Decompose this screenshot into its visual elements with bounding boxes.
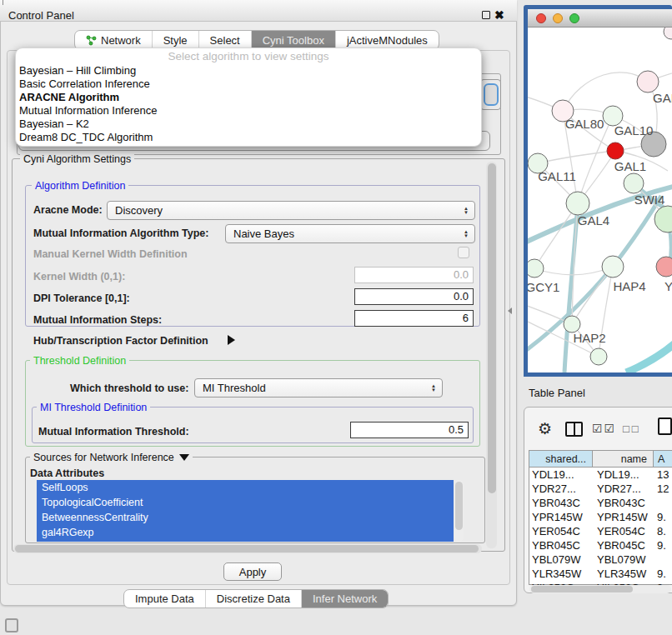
algorithm-definition-title: Algorithm Definition (32, 180, 128, 192)
label-gal4: GAL4 (578, 213, 609, 228)
mi-threshold-field[interactable]: 0.5 (350, 422, 469, 438)
list-item-topologicalcoefficient[interactable]: TopologicalCoefficient (37, 495, 454, 510)
node-salmon[interactable] (656, 257, 672, 277)
table-hscrollbar-thumb[interactable] (531, 586, 633, 592)
list-item-gal4rgexp[interactable]: gal4RGexp (37, 525, 454, 540)
select-all-checks-icon[interactable]: ☑☑ (592, 422, 616, 435)
label-hap4: HAP4 (613, 279, 645, 293)
settings-vscrollbar-thumb[interactable] (488, 163, 496, 493)
tab-infer-network[interactable]: Infer Network (301, 590, 388, 608)
settings-hscrollbar-thumb[interactable] (15, 545, 479, 552)
dropdown-item-mutual-information[interactable]: Mutual Information Inference (16, 104, 481, 118)
minimize-traffic-light[interactable] (553, 13, 563, 23)
table-row[interactable]: YBL079W YBL079W (529, 552, 672, 567)
list-item-selfloops[interactable]: SelfLoops (37, 480, 454, 495)
node-bottom[interactable] (590, 348, 607, 365)
float-window-icon[interactable] (482, 11, 490, 19)
label-gal80: GAL80 (565, 117, 604, 131)
which-threshold-combobox[interactable]: MI Threshold ▲▼ (194, 378, 443, 398)
which-threshold-label: Which threshold to use: (70, 382, 188, 394)
focused-spinner[interactable] (484, 83, 499, 106)
table-rows: YDL19... YDL19... 13 YDR27... YDR27... 1… (529, 468, 672, 585)
sources-title-row[interactable]: Sources for Network Inference (30, 452, 193, 463)
minimized-panel-icon[interactable] (5, 618, 18, 632)
table-row[interactable]: YDL19... YDL19... 13 (529, 468, 672, 482)
label-gcy1: GCY1 (528, 280, 559, 294)
cyni-settings-title: Cyni Algorithm Settings (20, 153, 134, 165)
triangle-down-icon (179, 454, 189, 461)
deselect-all-checks-icon[interactable]: □□ (623, 422, 641, 435)
table-row[interactable]: YLR345W YLR345W 9. (529, 567, 672, 581)
apply-button[interactable]: Apply (223, 562, 282, 581)
mi-steps-field[interactable]: 6 (354, 310, 474, 327)
node-gcy1[interactable] (528, 259, 544, 278)
node-hap2[interactable] (564, 316, 580, 332)
tab-network[interactable]: Network (75, 31, 152, 49)
tab-jactivemnodules[interactable]: jActiveMNodules (335, 31, 439, 49)
node-gal4[interactable] (566, 192, 589, 215)
list-vscrollbar-thumb[interactable] (455, 482, 463, 530)
node-hap4[interactable] (602, 256, 624, 278)
node-gal-top[interactable] (637, 71, 659, 92)
dpi-tolerance-field[interactable]: 0.0 (354, 288, 474, 305)
tab-cyni-toolbox[interactable]: Cyni Toolbox (251, 31, 335, 49)
dropdown-item-bayesian-hill-climbing[interactable]: Bayesian – Hill Climbing (16, 64, 481, 78)
gear-icon[interactable]: ⚙ (538, 419, 552, 438)
table-row[interactable]: YPR145W YPR145W 9. (529, 510, 672, 524)
data-attributes-list: SelfLoops TopologicalCoefficient Between… (37, 480, 454, 542)
node-cut-topright[interactable] (664, 28, 672, 39)
zoom-traffic-light[interactable] (569, 13, 579, 23)
teal-edge-bright (626, 341, 672, 372)
mi-threshold-label: Mutual Information Threshold: (38, 426, 189, 438)
column-header-name[interactable]: name (592, 450, 654, 468)
tab-impute-data[interactable]: Impute Data (124, 590, 205, 608)
list-item-betweennesscentrality[interactable]: BetweennessCentrality (37, 510, 454, 525)
panel-collapse-handle[interactable] (508, 308, 512, 314)
network-canvas[interactable]: GAL GAL80 GAL10 GAL1 GAL11 SWI4 GAL4 GCY… (528, 28, 672, 372)
aracne-mode-combobox[interactable]: Discovery ▲▼ (107, 201, 475, 220)
mi-algorithm-type-combobox[interactable]: Naive Bayes ▲▼ (225, 224, 475, 243)
dropdown-item-bayesian-k2[interactable]: Bayesian – K2 (16, 118, 481, 131)
data-attributes-label: Data Attributes (30, 468, 104, 479)
stepper-arrows-icon: ▲▼ (464, 230, 469, 238)
column-header-shared-name[interactable]: shared... (529, 450, 593, 468)
close-traffic-light[interactable] (536, 13, 546, 23)
split-divider (574, 423, 575, 435)
label-swi4: SWI4 (634, 192, 665, 207)
table-row[interactable]: YDR27... YDR27... 12 (529, 482, 672, 496)
table-row[interactable]: YBR043C YBR043C (529, 496, 672, 510)
label-gal-cut: GAL (653, 91, 672, 105)
dropdown-item-basic-correlation[interactable]: Basic Correlation Inference (16, 78, 481, 91)
which-threshold-value: MI Threshold (203, 382, 266, 394)
label-gal1: GAL1 (614, 159, 646, 173)
aracne-mode-label: Aracne Mode: (33, 204, 103, 216)
kernel-width-field[interactable]: 0.0 (354, 267, 474, 283)
node-swi4[interactable] (624, 173, 644, 193)
node-right-green[interactable] (654, 206, 672, 232)
table-row[interactable]: YBR045C YBR045C 9. (529, 538, 672, 552)
column-header-cut[interactable]: A (653, 450, 672, 468)
label-gal10: GAL10 (614, 123, 654, 138)
table-panel-title: Table Panel (529, 387, 585, 399)
dropdown-item-aracne[interactable]: ARACNE Algorithm (16, 91, 481, 104)
tab-select[interactable]: Select (198, 31, 251, 49)
tab-discretize-data[interactable]: Discretize Data (205, 590, 301, 608)
aracne-mode-value: Discovery (115, 204, 163, 217)
close-icon[interactable]: ✖ (494, 8, 504, 22)
node-labels: GAL GAL80 GAL10 GAL1 GAL11 SWI4 GAL4 GCY… (528, 91, 672, 345)
node-gal1-red[interactable] (607, 142, 624, 159)
network-graph: GAL GAL80 GAL10 GAL1 GAL11 SWI4 GAL4 GCY… (528, 28, 672, 372)
mi-algorithm-type-value: Naive Bayes (233, 228, 294, 240)
triangle-right-icon[interactable] (228, 335, 235, 345)
table-row[interactable]: YER054C YER054C 8. (529, 524, 672, 538)
dropdown-item-dream8[interactable]: Dream8 DC_TDC Algorithm (16, 131, 481, 144)
label-hap2: HAP2 (573, 331, 605, 345)
manual-kernel-checkbox[interactable] (458, 247, 469, 258)
network-icon (86, 35, 97, 46)
network-titlebar[interactable] (528, 9, 672, 28)
tab-style[interactable]: Style (152, 31, 198, 49)
split-columns-icon[interactable] (565, 422, 583, 437)
label-gal11: GAL11 (538, 169, 576, 183)
screenshot-stage: Control Panel ✖ Network Style Select Cyn… (0, 0, 672, 635)
page-icon[interactable] (658, 418, 672, 435)
